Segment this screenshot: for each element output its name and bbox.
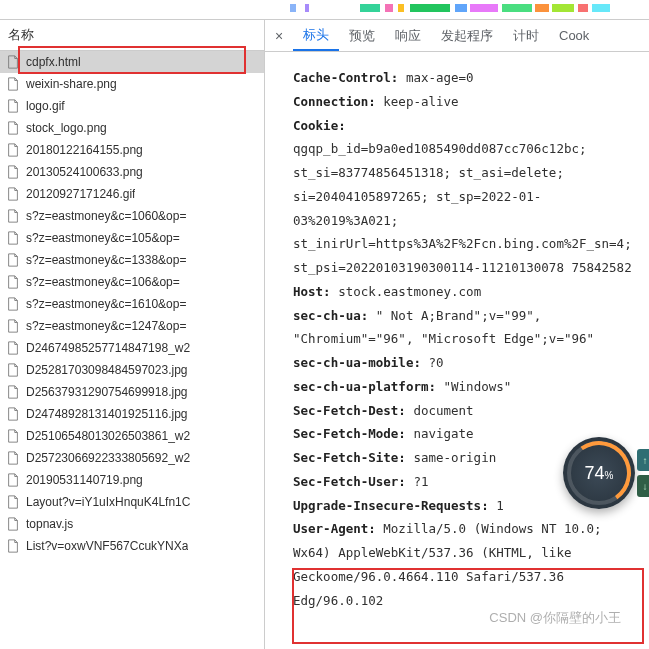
document-icon bbox=[6, 341, 20, 355]
file-row[interactable]: s?z=eastmoney&c=1610&op= bbox=[0, 293, 264, 315]
header-name: Host: bbox=[293, 284, 331, 299]
file-row[interactable]: cdpfx.html bbox=[0, 51, 264, 73]
document-icon bbox=[6, 253, 20, 267]
file-row[interactable]: topnav.js bbox=[0, 513, 264, 535]
tab-预览[interactable]: 预览 bbox=[339, 20, 385, 51]
waterfall-bar bbox=[502, 4, 532, 12]
header-row: sec-ch-ua: " Not A;Brand";v="99", "Chrom… bbox=[293, 304, 643, 352]
request-headers-section: Cache-Control: max-age=0Connection: keep… bbox=[265, 52, 649, 618]
file-row[interactable]: 20120927171246.gif bbox=[0, 183, 264, 205]
header-row: Cache-Control: max-age=0 bbox=[293, 66, 643, 90]
header-value: navigate bbox=[406, 426, 474, 441]
document-icon bbox=[6, 473, 20, 487]
document-icon bbox=[6, 55, 20, 69]
document-icon bbox=[6, 165, 20, 179]
devtools-body: 名称 cdpfx.htmlweixin-share.pnglogo.gifsto… bbox=[0, 20, 649, 649]
file-row[interactable]: 20190531140719.png bbox=[0, 469, 264, 491]
file-name: s?z=eastmoney&c=106&op= bbox=[26, 275, 180, 289]
file-row[interactable]: D25723066922333805692_w2 bbox=[0, 447, 264, 469]
watermark-text: CSDN @你隔壁的小王 bbox=[489, 609, 621, 627]
header-name: Upgrade-Insecure-Requests: bbox=[293, 498, 489, 513]
details-tab-bar: × 标头预览响应发起程序计时Cook bbox=[265, 20, 649, 52]
waterfall-bar bbox=[290, 4, 296, 12]
header-name: Sec-Fetch-Site: bbox=[293, 450, 406, 465]
file-name: Layout?v=iY1uIxHnquK4Lfn1C bbox=[26, 495, 190, 509]
document-icon bbox=[6, 99, 20, 113]
file-name: cdpfx.html bbox=[26, 55, 81, 69]
header-row: sec-ch-ua-platform: "Windows" bbox=[293, 375, 643, 399]
file-row[interactable]: s?z=eastmoney&c=106&op= bbox=[0, 271, 264, 293]
document-icon bbox=[6, 429, 20, 443]
waterfall-bar bbox=[470, 4, 498, 12]
waterfall-bar bbox=[592, 4, 610, 12]
document-icon bbox=[6, 451, 20, 465]
header-name: sec-ch-ua: bbox=[293, 308, 368, 323]
file-name: 20130524100633.png bbox=[26, 165, 143, 179]
file-row[interactable]: logo.gif bbox=[0, 95, 264, 117]
tab-计时[interactable]: 计时 bbox=[503, 20, 549, 51]
file-row[interactable]: weixin-share.png bbox=[0, 73, 264, 95]
network-waterfall bbox=[0, 0, 649, 20]
file-row[interactable]: D25281703098484597023.jpg bbox=[0, 359, 264, 381]
header-name: Cache-Control: bbox=[293, 70, 398, 85]
document-icon bbox=[6, 319, 20, 333]
file-list-panel: 名称 cdpfx.htmlweixin-share.pnglogo.gifsto… bbox=[0, 20, 265, 649]
header-name: sec-ch-ua-mobile: bbox=[293, 355, 421, 370]
waterfall-bar bbox=[578, 4, 588, 12]
waterfall-bar bbox=[535, 4, 549, 12]
file-name: D25281703098484597023.jpg bbox=[26, 363, 188, 377]
file-name: s?z=eastmoney&c=105&op= bbox=[26, 231, 180, 245]
tab-发起程序[interactable]: 发起程序 bbox=[431, 20, 503, 51]
file-row[interactable]: D25106548013026503861_w2 bbox=[0, 425, 264, 447]
header-name: sec-ch-ua-platform: bbox=[293, 379, 436, 394]
document-icon bbox=[6, 143, 20, 157]
file-row[interactable]: D25637931290754699918.jpg bbox=[0, 381, 264, 403]
arrow-down-icon[interactable]: ↓ bbox=[637, 475, 649, 497]
document-icon bbox=[6, 275, 20, 289]
document-icon bbox=[6, 187, 20, 201]
waterfall-bar bbox=[455, 4, 467, 12]
file-row[interactable]: s?z=eastmoney&c=105&op= bbox=[0, 227, 264, 249]
document-icon bbox=[6, 121, 20, 135]
tab-标头[interactable]: 标头 bbox=[293, 20, 339, 51]
header-name: User-Agent: bbox=[293, 521, 376, 536]
tab-Cook[interactable]: Cook bbox=[549, 20, 599, 51]
tab-响应[interactable]: 响应 bbox=[385, 20, 431, 51]
header-name: Sec-Fetch-Dest: bbox=[293, 403, 406, 418]
close-icon[interactable]: × bbox=[265, 28, 293, 44]
file-row[interactable]: 20130524100633.png bbox=[0, 161, 264, 183]
file-name: D25106548013026503861_w2 bbox=[26, 429, 190, 443]
details-panel: × 标头预览响应发起程序计时Cook Cache-Control: max-ag… bbox=[265, 20, 649, 649]
file-row[interactable]: s?z=eastmoney&c=1060&op= bbox=[0, 205, 264, 227]
column-header-name[interactable]: 名称 bbox=[0, 20, 264, 51]
arrow-up-icon[interactable]: ↑ bbox=[637, 449, 649, 471]
file-row[interactable]: D24748928131401925116.jpg bbox=[0, 403, 264, 425]
waterfall-bar bbox=[398, 4, 404, 12]
header-name: Connection: bbox=[293, 94, 376, 109]
waterfall-bar bbox=[360, 4, 380, 12]
document-icon bbox=[6, 495, 20, 509]
header-name: Cookie: bbox=[293, 118, 346, 133]
document-icon bbox=[6, 77, 20, 91]
file-row[interactable]: 20180122164155.png bbox=[0, 139, 264, 161]
file-name: topnav.js bbox=[26, 517, 73, 531]
file-row[interactable]: s?z=eastmoney&c=1247&op= bbox=[0, 315, 264, 337]
file-name: D24674985257714847198_w2 bbox=[26, 341, 190, 355]
file-name: s?z=eastmoney&c=1610&op= bbox=[26, 297, 186, 311]
header-row: Sec-Fetch-Dest: document bbox=[293, 399, 643, 423]
file-row[interactable]: Layout?v=iY1uIxHnquK4Lfn1C bbox=[0, 491, 264, 513]
document-icon bbox=[6, 517, 20, 531]
file-row[interactable]: D24674985257714847198_w2 bbox=[0, 337, 264, 359]
header-name: Sec-Fetch-User: bbox=[293, 474, 406, 489]
document-icon bbox=[6, 209, 20, 223]
file-row[interactable]: s?z=eastmoney&c=1338&op= bbox=[0, 249, 264, 271]
performance-widget[interactable]: 74% ↑ ↓ bbox=[563, 437, 635, 509]
file-name: s?z=eastmoney&c=1060&op= bbox=[26, 209, 186, 223]
file-row[interactable]: List?v=oxwVNF567CcukYNXa bbox=[0, 535, 264, 557]
file-row[interactable]: stock_logo.png bbox=[0, 117, 264, 139]
header-value: 1 bbox=[489, 498, 504, 513]
header-row: Host: stock.eastmoney.com bbox=[293, 280, 643, 304]
file-name: logo.gif bbox=[26, 99, 65, 113]
file-name: D25637931290754699918.jpg bbox=[26, 385, 188, 399]
header-value: document bbox=[406, 403, 474, 418]
